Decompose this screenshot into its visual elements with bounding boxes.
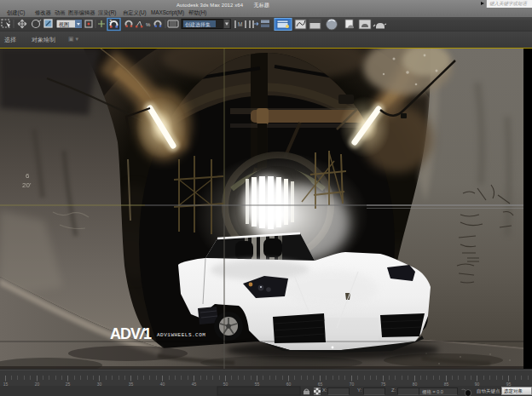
svg-text:6: 6 <box>26 172 30 180</box>
svg-text:视图: 视图 <box>59 21 69 28</box>
svg-text:M: M <box>238 21 242 27</box>
svg-text:创建选择集: 创建选择集 <box>185 22 211 28</box>
svg-text:%: % <box>146 22 151 27</box>
svg-text:ADV1WHEELS.COM: ADV1WHEELS.COM <box>157 332 205 338</box>
svg-text:3: 3 <box>109 19 112 24</box>
svg-text:20': 20' <box>22 181 32 189</box>
svg-text:ADV/1: ADV/1 <box>110 325 152 342</box>
